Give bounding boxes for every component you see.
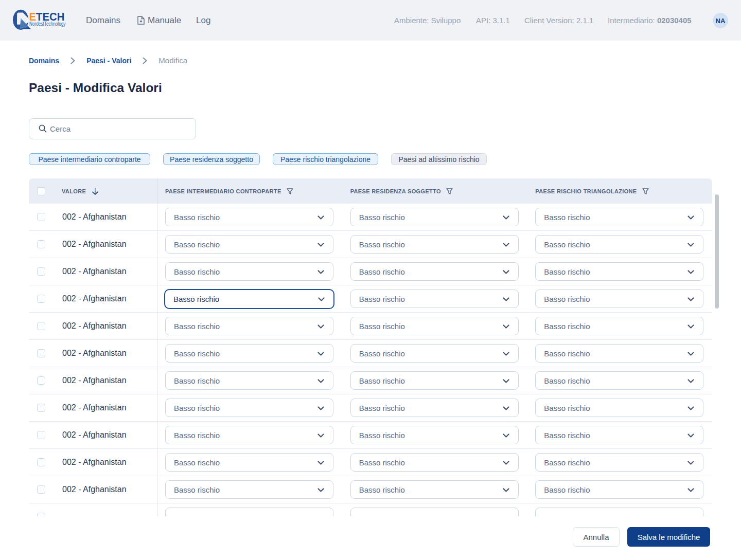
svg-text:NordestTechnology: NordestTechnology (29, 21, 66, 27)
